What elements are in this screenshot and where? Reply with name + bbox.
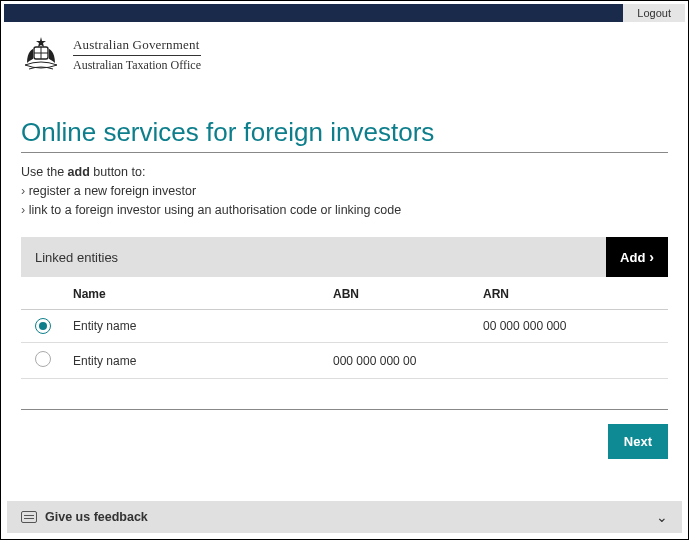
feedback-bar[interactable]: Give us feedback ⌄ [7, 501, 682, 533]
linked-entities-header: Linked entities Add › [21, 237, 668, 277]
actions-bar: Next [21, 410, 668, 481]
svg-marker-0 [36, 37, 46, 47]
add-button[interactable]: Add › [606, 237, 668, 277]
col-name-header: Name [65, 277, 325, 310]
instruction-item: register a new foreign investor [21, 182, 668, 201]
table-row[interactable]: Entity name 000 000 000 00 [21, 343, 668, 379]
logout-button[interactable]: Logout [623, 4, 685, 22]
col-arn-header: ARN [475, 277, 668, 310]
col-select [21, 277, 65, 310]
feedback-label: Give us feedback [45, 510, 656, 524]
instructions: Use the add button to: register a new fo… [21, 163, 668, 219]
instructions-lead: Use the add button to: [21, 163, 668, 182]
gov-text: Australian Government Australian Taxatio… [73, 37, 201, 73]
chevron-down-icon: ⌄ [656, 509, 668, 525]
gov-header: Australian Government Australian Taxatio… [1, 25, 688, 83]
main-content: Online services for foreign investors Us… [1, 83, 688, 501]
cell-arn [475, 343, 668, 379]
chevron-right-icon: › [649, 249, 654, 265]
entity-radio[interactable] [35, 351, 51, 367]
linked-entities-table: Name ABN ARN Entity name 00 000 000 000 [21, 277, 668, 379]
cell-name: Entity name [65, 343, 325, 379]
gov-line1: Australian Government [73, 37, 201, 56]
entity-radio[interactable] [35, 318, 51, 334]
comment-icon [21, 511, 37, 523]
cell-name: Entity name [65, 310, 325, 343]
table-row[interactable]: Entity name 00 000 000 000 [21, 310, 668, 343]
instruction-item: link to a foreign investor using an auth… [21, 201, 668, 220]
col-abn-header: ABN [325, 277, 475, 310]
gov-line2: Australian Taxation Office [73, 58, 201, 73]
lead-bold: add [68, 165, 90, 179]
cell-abn [325, 310, 475, 343]
next-button[interactable]: Next [608, 424, 668, 459]
radio-dot [39, 322, 47, 330]
topbar-navy-strip [4, 4, 623, 22]
crest-icon [19, 35, 63, 75]
panel-title: Linked entities [21, 237, 606, 277]
cell-abn: 000 000 000 00 [325, 343, 475, 379]
topbar: Logout [1, 1, 688, 25]
cell-arn: 00 000 000 000 [475, 310, 668, 343]
lead-pre: Use the [21, 165, 68, 179]
app-frame: Logout Australian Government Australian … [0, 0, 689, 540]
page-title: Online services for foreign investors [21, 93, 668, 153]
lead-post: button to: [90, 165, 146, 179]
add-button-label: Add [620, 250, 645, 265]
